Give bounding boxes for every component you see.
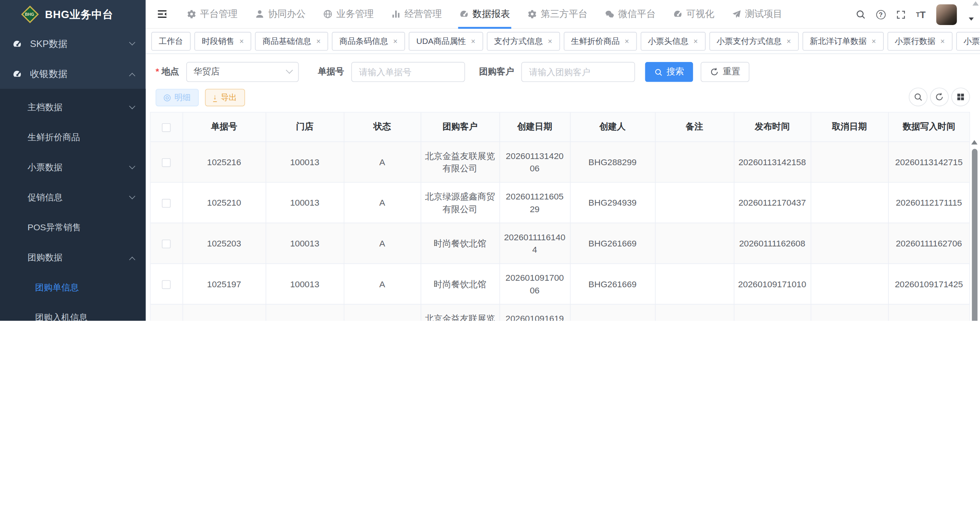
top-nav-item[interactable]: 数据报表	[451, 0, 519, 28]
fullscreen-icon[interactable]	[896, 10, 905, 19]
search-icon[interactable]	[855, 9, 865, 19]
search-icon	[654, 68, 663, 76]
column-header: 团购客户	[421, 112, 499, 141]
top-nav-item[interactable]: 微信平台	[596, 0, 664, 28]
sidebar-subitem[interactable]: 团购单信息	[0, 273, 145, 303]
tab-close-icon[interactable]: ×	[548, 37, 552, 45]
row-checkbox[interactable]	[162, 158, 171, 167]
page-tab[interactable]: 工作台 ×	[151, 32, 190, 50]
column-header: 创建日期	[499, 112, 570, 141]
nav-label: 协同办公	[268, 8, 306, 20]
sidebar-subitem-label: 小票数据	[27, 162, 130, 173]
page-tab[interactable]: 商品条码信息 ×	[332, 32, 405, 50]
user-menu-caret-icon[interactable]	[969, 17, 974, 20]
sidebar-subitem[interactable]: 团购数据	[0, 243, 145, 273]
table-cell	[655, 141, 734, 182]
location-label: 地点	[155, 66, 179, 77]
table-cell: 20260112171115	[888, 182, 969, 223]
sidebar-item[interactable]: 收银数据	[0, 59, 145, 89]
table-search-icon[interactable]	[909, 87, 928, 106]
sidebar-item[interactable]: SKP数据	[0, 29, 145, 59]
row-checkbox[interactable]	[162, 280, 171, 289]
table-cell: 20260111162608	[734, 223, 811, 263]
page-tab[interactable]: 小票支付方式信息 ×	[709, 32, 798, 50]
tab-label: 小票行数据	[895, 35, 935, 47]
top-nav-item[interactable]: 经营管理	[382, 0, 451, 28]
tab-close-icon[interactable]: ×	[471, 37, 475, 45]
font-size-icon[interactable]: TT	[916, 9, 926, 20]
user-avatar[interactable]	[936, 4, 957, 25]
table-cell: 1025197	[182, 263, 265, 304]
scrollbar-thumb[interactable]	[972, 149, 977, 321]
chevron-icon	[129, 39, 135, 45]
row-select-cell	[150, 141, 182, 182]
tab-bar: 工作台 × 时段销售 × 商品基础信息 × 商品条码信息 × UDA商品属性 ×…	[145, 29, 980, 54]
tab-close-icon[interactable]: ×	[871, 37, 876, 45]
reset-button[interactable]: 重置	[701, 62, 750, 82]
tab-close-icon[interactable]: ×	[239, 37, 244, 45]
select-all-checkbox[interactable]	[162, 123, 171, 132]
nav-icon	[323, 9, 332, 18]
table-cell: 100013	[265, 182, 344, 223]
page-tab[interactable]: 小票行数据 ×	[887, 32, 952, 50]
search-button[interactable]: 搜索	[645, 62, 693, 82]
scroll-up-arrow-icon[interactable]	[971, 140, 977, 144]
table-row: 1025203100013A时尚餐饮北馆20260111161404BHG261…	[150, 223, 969, 263]
table-row: 1025197100013A时尚餐饮北馆20260109170006BHG261…	[150, 263, 969, 304]
column-header: 单据号	[182, 112, 265, 141]
tab-close-icon[interactable]: ×	[316, 37, 321, 45]
export-button[interactable]: ↓ 导出	[205, 89, 245, 106]
table-cell: 100013	[265, 223, 344, 263]
sidebar-subitem[interactable]: POS异常销售	[0, 213, 145, 243]
top-nav-item[interactable]: 测试项目	[723, 0, 791, 28]
tab-close-icon[interactable]: ×	[940, 37, 945, 45]
page-tab[interactable]: 小票头信息 ×	[640, 32, 705, 50]
top-nav-item[interactable]: 协同办公	[246, 0, 314, 28]
page-tab[interactable]: 新北洋订单数据 ×	[802, 32, 883, 50]
page-tab[interactable]: 商品基础信息 ×	[255, 32, 328, 50]
tab-close-icon[interactable]: ×	[625, 37, 629, 45]
sidebar-subitem[interactable]: 小票数据	[0, 152, 145, 183]
filter-bar: 地点 华贸店 单据号 团购客户 搜索 重置	[155, 62, 970, 82]
tab-close-icon[interactable]: ×	[786, 37, 791, 45]
row-checkbox[interactable]	[162, 240, 171, 248]
tab-close-icon[interactable]: ×	[693, 37, 698, 45]
order-no-input[interactable]	[352, 62, 466, 82]
action-bar: 明细 ↓ 导出	[155, 89, 970, 106]
app-logo: BHG BHG业务中台	[0, 0, 145, 29]
nav-label: 业务管理	[336, 8, 374, 20]
nav-label: 数据报表	[472, 8, 510, 20]
top-nav-item[interactable]: 业务管理	[314, 0, 382, 28]
row-select-cell	[150, 223, 182, 263]
sidebar-collapse-icon[interactable]	[154, 7, 169, 22]
table-columns-grid-icon[interactable]	[951, 87, 970, 106]
nav-label: 测试项目	[745, 8, 782, 20]
page-tab[interactable]: UDA商品属性 ×	[409, 32, 482, 50]
table-cell: A	[344, 263, 421, 304]
table-refresh-icon[interactable]	[930, 87, 949, 106]
nav-label: 第三方平台	[541, 8, 588, 20]
location-select[interactable]: 华贸店	[187, 62, 299, 82]
help-icon[interactable]: ?	[876, 10, 885, 19]
sidebar-subitem[interactable]: 团购入机信息	[0, 303, 145, 321]
top-nav-item[interactable]: 第三方平台	[519, 0, 596, 28]
page-tab[interactable]: 时段销售 ×	[194, 32, 251, 50]
customer-input[interactable]	[521, 62, 635, 82]
table-row: 1025210100013A北京绿源盛鑫商贸有限公司20260112160529…	[150, 182, 969, 223]
page-tab[interactable]: 支付方式信息 ×	[487, 32, 560, 50]
sidebar-subitem[interactable]: 主档数据	[0, 92, 145, 122]
sidebar-subitem[interactable]: 生鲜折价商品	[0, 122, 145, 152]
page-tab[interactable]: 生鲜折价商品 ×	[563, 32, 636, 50]
detail-button[interactable]: 明细	[155, 89, 199, 106]
row-select-cell	[150, 182, 182, 223]
top-nav-item[interactable]: 平台管理	[178, 0, 246, 28]
table-cell	[811, 223, 888, 263]
sidebar-subitem-label: 团购单信息	[35, 282, 134, 293]
tab-close-icon[interactable]: ×	[393, 37, 397, 45]
row-checkbox[interactable]	[162, 199, 171, 208]
table-cell	[655, 263, 734, 304]
tab-label: UDA商品属性	[416, 35, 466, 47]
top-nav-item[interactable]: 可视化	[664, 0, 723, 28]
page-tab[interactable]: 小票数据 ×	[956, 32, 980, 50]
sidebar-subitem[interactable]: 促销信息	[0, 183, 145, 213]
